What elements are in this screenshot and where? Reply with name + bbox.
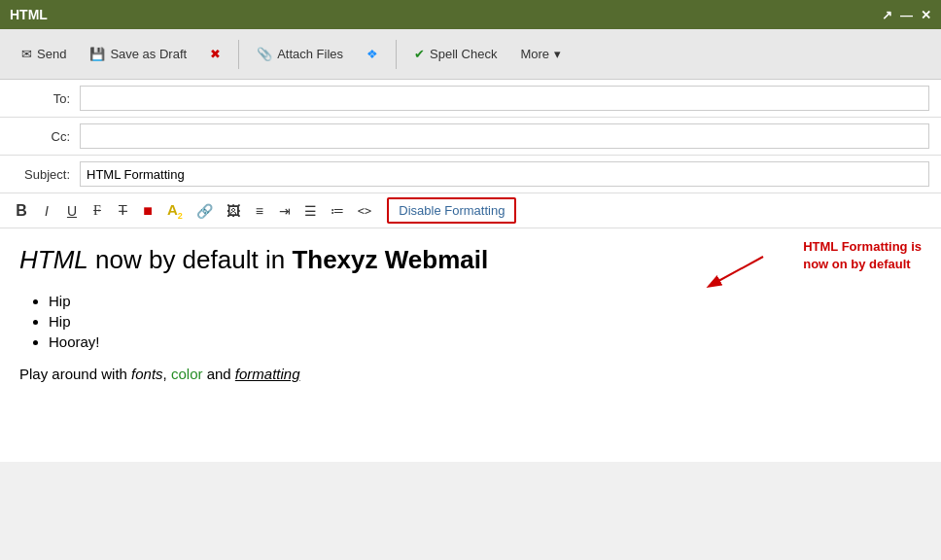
toolbar: ✉ Send 💾 Save as Draft ✖ 📎 Attach Files … xyxy=(0,29,941,80)
to-input[interactable] xyxy=(80,86,929,111)
italic-button[interactable]: I xyxy=(35,200,58,222)
annotation-arrow xyxy=(700,252,768,291)
indent-button[interactable]: ⇥ xyxy=(273,200,296,222)
title-bar-label: HTML xyxy=(10,7,48,22)
bold-button[interactable]: B xyxy=(10,199,33,223)
strikethrough-text-button[interactable]: T̶ xyxy=(111,199,134,222)
envelope-icon: ✉ xyxy=(21,47,32,61)
formatting-toolbar: B I U F T̶ ■ A2 🔗 🖼 ≡ ⇥ ☰ ≔ <> Disable F… xyxy=(0,193,941,228)
chevron-down-icon: ▾ xyxy=(554,47,561,61)
list-item: Hip xyxy=(49,313,922,330)
cc-label: Cc: xyxy=(12,129,80,144)
heading-bold: Thexyz Webmail xyxy=(292,245,488,274)
discard-button[interactable]: ✖ xyxy=(200,42,230,66)
svg-line-0 xyxy=(710,257,763,286)
play-before: Play around with xyxy=(19,366,131,382)
spell-check-button[interactable]: ✔ Spell Check xyxy=(404,42,506,66)
subject-field-row: Subject: xyxy=(0,156,941,193)
more-button[interactable]: More ▾ xyxy=(510,42,571,66)
divider-1 xyxy=(238,40,239,69)
link-button[interactable]: 🔗 xyxy=(191,200,219,222)
list-item: Hip xyxy=(49,293,922,309)
compose-area: To: Cc: Subject: B I U F T̶ ■ A2 🔗 🖼 ≡ ⇥… xyxy=(0,80,941,462)
play-formatting: formatting xyxy=(235,366,300,382)
heading-rest: now by default in xyxy=(95,245,292,274)
play-text: Play around with fonts, color and format… xyxy=(19,366,922,382)
minimize-button[interactable]: — xyxy=(900,8,913,22)
color-red-button[interactable]: ■ xyxy=(136,199,159,223)
compose-body: HTML now by default in Thexyz Webmail Hi… xyxy=(0,228,941,462)
subject-input[interactable] xyxy=(80,161,929,187)
to-field-row: To: xyxy=(0,80,941,118)
divider-2 xyxy=(396,40,397,69)
play-comma: , xyxy=(163,366,171,382)
maximize-button[interactable]: ↗ xyxy=(882,8,892,22)
title-bar-controls: ↗ — ✕ xyxy=(882,8,931,22)
save-draft-button[interactable]: 💾 Save as Draft xyxy=(80,42,196,66)
heading-html: HTML xyxy=(19,245,88,274)
subject-label: Subject: xyxy=(12,167,80,182)
attach-files-button[interactable]: 📎 Attach Files xyxy=(247,42,353,66)
cc-field-row: Cc: xyxy=(0,118,941,156)
check-icon: ✔ xyxy=(414,47,425,61)
bullet-list-button[interactable]: ☰ xyxy=(298,200,323,222)
align-left-button[interactable]: ≡ xyxy=(248,200,271,222)
title-bar: HTML ↗ — ✕ xyxy=(0,0,941,29)
heading: HTML now by default in Thexyz Webmail xyxy=(19,244,922,277)
to-label: To: xyxy=(12,91,80,106)
close-button[interactable]: ✕ xyxy=(921,8,931,22)
code-button[interactable]: <> xyxy=(352,201,377,221)
list-item: Hooray! xyxy=(49,333,922,350)
play-fonts: fonts xyxy=(131,366,163,382)
cc-input[interactable] xyxy=(80,123,929,149)
floppy-icon: 💾 xyxy=(89,47,105,61)
play-and: and xyxy=(202,366,234,382)
play-color: color xyxy=(171,366,203,382)
bullet-list: Hip Hip Hooray! xyxy=(49,293,922,350)
image-button[interactable]: 🖼 xyxy=(221,200,246,222)
paperclip-icon: 📎 xyxy=(257,47,272,61)
dropbox-button[interactable]: ❖ xyxy=(357,42,388,66)
dropbox-icon: ❖ xyxy=(366,47,378,61)
strikethrough-font-button[interactable]: F xyxy=(86,200,109,222)
underline-button[interactable]: U xyxy=(60,200,84,222)
disable-formatting-button[interactable]: Disable Formatting xyxy=(387,197,516,224)
x-icon: ✖ xyxy=(210,47,221,61)
send-button[interactable]: ✉ Send xyxy=(12,42,76,66)
numbered-list-button[interactable]: ≔ xyxy=(325,200,350,222)
annotation-text: HTML Formatting isnow on by default xyxy=(803,238,922,273)
highlight-button[interactable]: A2 xyxy=(161,198,189,224)
